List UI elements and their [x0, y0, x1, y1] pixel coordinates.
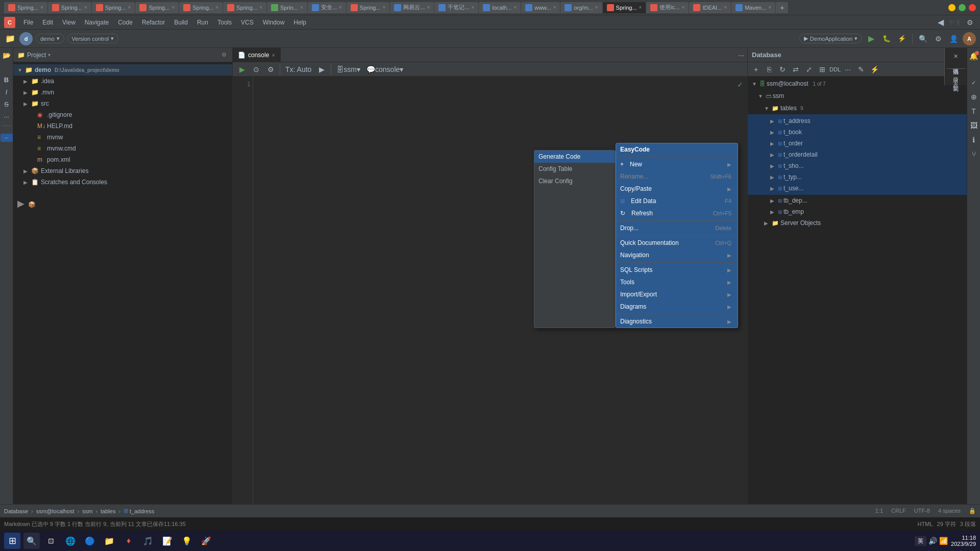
clear-config-item[interactable]: Clear Config: [534, 175, 615, 187]
debug-button[interactable]: 🐛: [880, 33, 893, 45]
menu-run[interactable]: Run: [193, 17, 212, 28]
profile-button[interactable]: ⚡: [896, 33, 908, 45]
db-edit-icon[interactable]: ✎: [855, 63, 867, 76]
config-table-item[interactable]: Config Table: [534, 163, 615, 175]
ssm-label[interactable]: 🗄 ssm ▾: [334, 63, 362, 76]
tab-7[interactable]: Sprin...×: [267, 2, 307, 13]
version-control-selector[interactable]: demo ▾: [36, 34, 64, 43]
tab-15[interactable]: Spring...×: [603, 2, 646, 13]
tab-12[interactable]: localh...×: [479, 2, 521, 13]
ctx-sql-scripts[interactable]: SQL Scripts ▶: [616, 264, 738, 276]
close-float-icon[interactable]: ×: [953, 52, 958, 60]
db-filter-icon[interactable]: ⚡: [868, 63, 880, 76]
maximize-button[interactable]: [959, 4, 966, 11]
settings-icon[interactable]: ⚙: [964, 16, 976, 29]
menu-refactor[interactable]: Refactor: [138, 17, 169, 28]
ctx-quick-docs[interactable]: Quick Documentation Ctrl+Q: [616, 237, 738, 249]
expand-icon[interactable]: ▶: [315, 63, 328, 76]
db-compare-icon[interactable]: ⤢: [803, 63, 815, 76]
project-icon[interactable]: 📁: [4, 33, 16, 45]
todo-icon[interactable]: ✓: [968, 77, 980, 89]
tree-idea[interactable]: ▶ 📁 .idea: [13, 76, 232, 87]
tab-10[interactable]: 网易云...×: [390, 2, 434, 13]
notification-icon[interactable]: 🔔: [968, 50, 980, 62]
close-button[interactable]: [969, 4, 976, 11]
console-label[interactable]: 💬 console ▾: [364, 63, 405, 76]
expand-more[interactable]: ▶ 📦: [13, 198, 232, 209]
tab-16[interactable]: 使用ic...×: [646, 2, 689, 13]
history-button[interactable]: ⊙: [250, 63, 262, 76]
project-root[interactable]: ▼ 📁 demo D:\Java\idea_project\demo: [13, 64, 232, 76]
run-config-selector[interactable]: ▶ DemoApplication ▾: [799, 34, 862, 43]
run-sql-button[interactable]: ▶: [236, 63, 248, 76]
format-icon[interactable]: T: [968, 105, 980, 117]
app4-icon[interactable]: 🚀: [198, 533, 214, 549]
back-button[interactable]: ◀: [936, 17, 946, 28]
ctx-copypaste[interactable]: Copy/Paste ▶: [616, 183, 738, 195]
italic-icon[interactable]: I: [2, 87, 12, 97]
ctx-navigation[interactable]: Navigation ▶: [616, 249, 738, 261]
menu-view[interactable]: View: [58, 17, 80, 28]
volume-icon[interactable]: 🔊: [928, 537, 937, 545]
db-table-icon[interactable]: ⊞: [816, 63, 828, 76]
tab-3[interactable]: Spring...×: [92, 2, 135, 13]
tab-9[interactable]: Spring...×: [347, 2, 390, 13]
ctx-diagnostics[interactable]: Diagnostics ▶: [616, 315, 738, 328]
more-icon[interactable]: ···: [2, 111, 12, 121]
edge-icon[interactable]: 🌐: [62, 533, 79, 549]
table-t-order[interactable]: ▶ ⊞ t_order: [748, 138, 967, 149]
db-tables-folder[interactable]: ▼ 📁 tables 9: [748, 102, 967, 114]
ctx-new[interactable]: + New ▶: [616, 158, 738, 170]
structure-icon[interactable]: ⊕: [968, 91, 980, 103]
ctx-refresh[interactable]: ↻ Refresh Ctrl+F5: [616, 207, 738, 219]
menu-navigate[interactable]: Navigate: [81, 17, 113, 28]
table-tb-dept[interactable]: ▶ ⊞ tb_dep...: [748, 195, 967, 206]
strikethrough-icon[interactable]: S: [2, 99, 12, 109]
version-control-btn[interactable]: Version control ▾: [67, 34, 119, 43]
idea-icon[interactable]: 💡: [179, 533, 195, 549]
generate-code-item[interactable]: Generate Code: [534, 151, 615, 163]
ddl-label[interactable]: DDL: [829, 63, 841, 76]
editor-more-icon[interactable]: ···: [735, 49, 747, 61]
minimize-button[interactable]: [948, 4, 955, 11]
table-t-address[interactable]: ▶ ⊞ t_address: [748, 115, 967, 127]
tree-mvn[interactable]: ▶ 📁 .mvn: [13, 87, 232, 98]
db-connection[interactable]: ▼ 🗄 ssm@localhost 1 of 7: [748, 78, 967, 90]
menu-code[interactable]: Code: [114, 17, 137, 28]
chrome-icon[interactable]: 🔵: [82, 533, 98, 549]
menu-build[interactable]: Build: [170, 17, 192, 28]
task-view-icon[interactable]: ⊡: [43, 533, 59, 549]
ctx-edit-data[interactable]: ⊞ Edit Data F4: [616, 195, 738, 207]
bold-icon[interactable]: B: [2, 74, 12, 85]
menu-edit[interactable]: Edit: [38, 17, 57, 28]
table-t-type[interactable]: ▶ ⊞ t_typ...: [748, 171, 967, 183]
console-tab-close[interactable]: ×: [272, 52, 275, 58]
app3-icon[interactable]: 📝: [159, 533, 176, 549]
ctx-diagrams[interactable]: Diagrams ▶: [616, 300, 738, 313]
menu-tools[interactable]: Tools: [213, 17, 236, 28]
tx-label[interactable]: Tx: Auto: [283, 63, 313, 76]
app2-icon[interactable]: 🎵: [140, 533, 156, 549]
ctx-rename[interactable]: Rename... Shift+F6: [616, 170, 738, 183]
blue-btn[interactable]: ···: [1, 134, 13, 142]
db-refresh-icon[interactable]: ↻: [776, 63, 789, 76]
tree-helpmd[interactable]: ▶ M↓ HELP.md: [13, 120, 232, 132]
easy-code-header[interactable]: EasyCode: [616, 143, 738, 156]
tab-4[interactable]: Spring...×: [135, 2, 179, 13]
tab-18[interactable]: Maven...×: [731, 2, 775, 13]
tab-17[interactable]: IDEAI...×: [689, 2, 731, 13]
tab-13[interactable]: www...×: [521, 2, 560, 13]
gear-icon[interactable]: ⚙: [220, 51, 228, 59]
tab-14[interactable]: org/m...×: [560, 2, 602, 13]
table-t-book[interactable]: ▶ ⊞ t_book: [748, 127, 967, 138]
tab-2[interactable]: Spring...×: [48, 2, 91, 13]
table-t-orderdetail[interactable]: ▶ ⊞ t_orderdetail: [748, 149, 967, 160]
db-sync-icon[interactable]: ⇄: [790, 63, 802, 76]
db-add-icon[interactable]: +: [750, 63, 762, 76]
image-icon[interactable]: 🖼: [968, 119, 980, 132]
tab-1[interactable]: Spring...×: [4, 2, 47, 13]
menu-file[interactable]: File: [19, 17, 37, 28]
db-copy-icon[interactable]: ⎘: [763, 63, 775, 76]
table-t-user[interactable]: ▶ ⊞ t_use...: [748, 183, 967, 194]
ctx-drop[interactable]: Drop... Delete: [616, 222, 738, 234]
